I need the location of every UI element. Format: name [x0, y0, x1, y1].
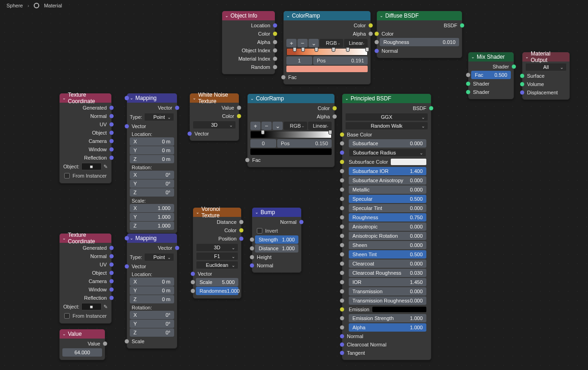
- socket-out[interactable]: [369, 32, 373, 36]
- prop-field[interactable]: Specular0.500: [349, 195, 426, 203]
- add-stop-button[interactable]: +: [250, 122, 261, 130]
- collapse-icon[interactable]: ⌄: [255, 210, 259, 215]
- subsurface-radius-field[interactable]: Subsurface Radius: [349, 148, 426, 157]
- add-stop-button[interactable]: +: [286, 39, 297, 47]
- socket-in[interactable]: [340, 299, 344, 303]
- socket-out[interactable]: [109, 114, 114, 118]
- strength-field[interactable]: Strength1.000: [255, 235, 298, 244]
- socket-in[interactable]: [375, 40, 379, 44]
- node-editor-canvas[interactable]: Sphere › Material ⌄Object Info LocationC…: [0, 0, 588, 370]
- node-header[interactable]: ⌄Object Info: [222, 11, 275, 20]
- node-header[interactable]: ⌄Mix Shader: [468, 52, 514, 62]
- object-field[interactable]: ■: [81, 303, 102, 310]
- color-ramp-gradient[interactable]: [250, 131, 332, 138]
- socket-out[interactable]: [239, 237, 243, 241]
- subsurface-method-select[interactable]: Random Walk: [345, 122, 428, 130]
- axis-field[interactable]: Z0 m: [130, 295, 174, 303]
- prop-field[interactable]: IOR1.450: [349, 278, 426, 286]
- socket-in[interactable]: [466, 73, 470, 77]
- socket-in[interactable]: [340, 271, 344, 275]
- prop-field[interactable]: Clearcoat Roughness0.030: [349, 269, 426, 277]
- node-header[interactable]: ⌄Texture Coordinate: [60, 93, 111, 103]
- socket-in[interactable]: [340, 169, 344, 173]
- socket-out[interactable]: [109, 106, 114, 110]
- axis-field[interactable]: Z0°: [130, 328, 174, 337]
- node-mapping-1[interactable]: ⌄Mapping Vector Type:Point VectorLocatio…: [127, 93, 177, 234]
- node-header[interactable]: ⌄Voronoi Texture: [193, 208, 241, 217]
- socket-in[interactable]: [125, 96, 129, 100]
- socket-in[interactable]: [340, 188, 344, 192]
- color-mode-select[interactable]: RGB: [284, 122, 307, 130]
- socket-out[interactable]: [109, 279, 114, 284]
- socket-out[interactable]: [512, 65, 516, 69]
- node-mapping-2[interactable]: ⌄Mapping Vector Type:Point VectorLocatio…: [127, 233, 177, 349]
- collapse-icon[interactable]: ⌄: [130, 236, 133, 240]
- axis-field[interactable]: Y1.000: [130, 213, 174, 221]
- socket-out[interactable]: [273, 49, 277, 53]
- socket-in[interactable]: [375, 32, 379, 36]
- scale-field[interactable]: Scale5.000: [196, 278, 238, 286]
- fac-field[interactable]: Fac0.500: [471, 71, 511, 79]
- prop-field[interactable]: Alpha1.000: [349, 323, 426, 332]
- prop-field[interactable]: Transmission0.000: [349, 287, 426, 296]
- collapse-icon[interactable]: ⌄: [62, 236, 66, 240]
- socket-out[interactable]: [273, 65, 277, 69]
- prop-field[interactable]: Emission Strength1.000: [349, 314, 426, 322]
- node-white-noise[interactable]: ⌄White Noise Texture Value Color 3D Vect…: [189, 93, 239, 141]
- socket-out[interactable]: [109, 139, 114, 143]
- socket-in[interactable]: [250, 255, 254, 259]
- emission-color-swatch[interactable]: [372, 307, 426, 312]
- node-header[interactable]: ⌄Texture Coordinate: [60, 234, 111, 243]
- metric-select[interactable]: Euclidean: [196, 261, 238, 269]
- socket-in[interactable]: [340, 197, 344, 201]
- axis-field[interactable]: Z0°: [130, 188, 174, 197]
- invert-checkbox[interactable]: Invert: [252, 226, 301, 235]
- axis-field[interactable]: Z0 m: [130, 155, 174, 163]
- socket-in[interactable]: [250, 264, 254, 268]
- socket-in[interactable]: [340, 234, 344, 238]
- prop-field[interactable]: Clearcoat0.000: [349, 259, 426, 268]
- collapse-icon[interactable]: ⌄: [525, 55, 529, 59]
- socket-out[interactable]: [273, 24, 277, 28]
- collapse-icon[interactable]: ⌄: [250, 96, 254, 101]
- subsurface-color-swatch[interactable]: [391, 159, 426, 165]
- prop-field[interactable]: Subsurface Anisotropy0.000: [349, 176, 426, 185]
- axis-field[interactable]: X0 m: [130, 137, 174, 146]
- socket-out[interactable]: [175, 246, 179, 250]
- socket-in[interactable]: [191, 280, 195, 284]
- stop-menu-button[interactable]: ⌄: [309, 39, 319, 47]
- dimensions-select[interactable]: 3D: [196, 243, 238, 252]
- socket-in[interactable]: [340, 280, 344, 284]
- randomness-field[interactable]: Randomnes1.000: [196, 287, 238, 295]
- stop-menu-button[interactable]: ⌄: [273, 122, 283, 130]
- dimensions-select[interactable]: 3D: [193, 121, 236, 129]
- socket-in[interactable]: [340, 343, 344, 347]
- prop-field[interactable]: Subsurface IOR1.400: [349, 167, 426, 175]
- breadcrumb-object[interactable]: Sphere: [6, 3, 23, 8]
- socket-out[interactable]: [460, 24, 464, 28]
- socket-in[interactable]: [188, 132, 192, 136]
- remove-stop-button[interactable]: −: [297, 39, 308, 47]
- socket-in[interactable]: [466, 90, 470, 94]
- socket-in[interactable]: [125, 265, 129, 269]
- socket-out[interactable]: [109, 263, 114, 267]
- collapse-icon[interactable]: ⌄: [196, 210, 200, 215]
- feature-select[interactable]: F1: [196, 252, 238, 260]
- socket-in[interactable]: [125, 339, 129, 344]
- node-header[interactable]: ⌄Diffuse BSDF: [377, 11, 462, 20]
- socket-in[interactable]: [340, 151, 344, 155]
- socket-in[interactable]: [245, 158, 249, 162]
- socket-out[interactable]: [333, 115, 337, 119]
- socket-out[interactable]: [273, 32, 277, 36]
- socket-out[interactable]: [109, 246, 114, 250]
- ramp-stop[interactable]: [315, 47, 318, 52]
- stop-position-field[interactable]: Pos0.150: [277, 139, 332, 148]
- node-header[interactable]: ⌄ColorRamp: [284, 11, 370, 20]
- socket-in[interactable]: [520, 91, 524, 95]
- node-header[interactable]: ⌄Value: [60, 329, 105, 339]
- stop-index-field[interactable]: 0: [250, 139, 276, 148]
- socket-in[interactable]: [340, 308, 344, 312]
- socket-out[interactable]: [273, 40, 277, 44]
- eyedropper-icon[interactable]: ✎: [103, 304, 108, 310]
- node-mix-shader[interactable]: ⌄Mix Shader Shader Fac0.500 Shader Shade…: [468, 52, 514, 99]
